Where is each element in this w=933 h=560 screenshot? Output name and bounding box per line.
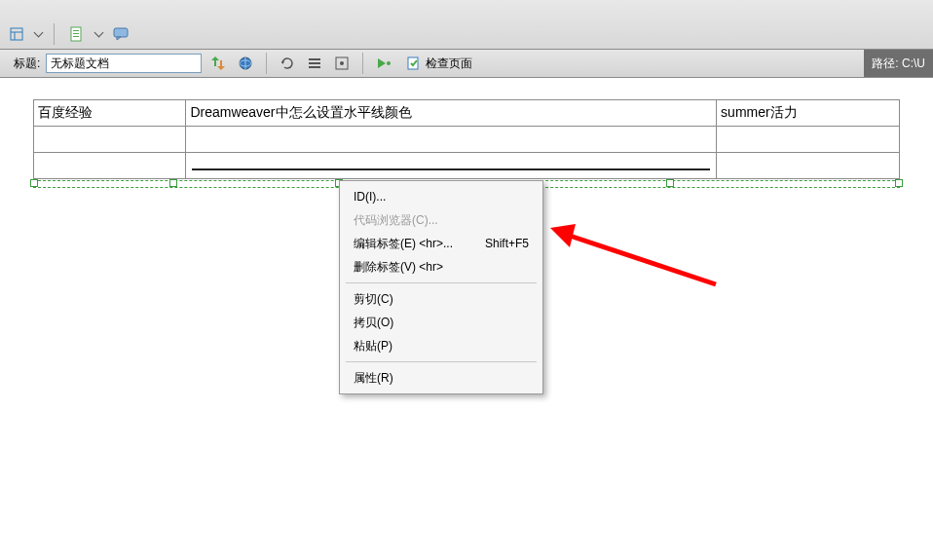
table-cell[interactable]: [34, 153, 186, 179]
table-cell[interactable]: summer活力: [717, 100, 900, 127]
svg-line-21: [564, 234, 716, 284]
table-cell[interactable]: [34, 127, 186, 153]
separator: [346, 282, 537, 283]
title-label: 标题:: [14, 56, 40, 72]
resize-handle[interactable]: [30, 179, 38, 187]
svg-rect-6: [73, 36, 79, 37]
separator: [266, 53, 267, 74]
resize-handle[interactable]: [169, 179, 177, 187]
table-cell[interactable]: 百度经验: [34, 100, 186, 127]
context-menu: ID(I)... 代码浏览器(C)... 编辑标签(E) <hr>... Shi…: [339, 180, 543, 394]
ctx-item-label: 编辑标签(E) <hr>...: [354, 236, 453, 252]
resize-handle[interactable]: [666, 179, 674, 187]
path-label: 路径:: [872, 56, 898, 72]
play-icon: [376, 56, 392, 70]
table-cell[interactable]: [186, 127, 717, 153]
content-table[interactable]: 百度经验 Dreamweaver中怎么设置水平线颜色 summer活力: [33, 99, 900, 179]
app-command-bar: [0, 0, 933, 50]
ctx-item-label: 剪切(C): [354, 291, 393, 308]
svg-marker-8: [117, 37, 121, 40]
svg-marker-18: [378, 58, 386, 68]
annotation-arrow: [550, 206, 726, 284]
svg-point-19: [387, 61, 391, 65]
ctx-item-label: 拷贝(O): [354, 315, 393, 331]
resize-handle[interactable]: [895, 179, 903, 187]
hr-element[interactable]: [192, 168, 710, 170]
document-icon: [70, 26, 84, 42]
ctx-item-edit-tag[interactable]: 编辑标签(E) <hr>... Shift+F5: [340, 232, 542, 255]
ctx-item-label: 删除标签(V) <hr>: [354, 259, 443, 276]
refresh-icon: [280, 56, 295, 71]
svg-rect-15: [309, 66, 320, 68]
document-icon-button[interactable]: [66, 23, 88, 45]
svg-marker-22: [550, 224, 576, 247]
table-row: 百度经验 Dreamweaver中怎么设置水平线颜色 summer活力: [34, 100, 900, 127]
options-icon: [334, 56, 350, 71]
svg-rect-5: [73, 33, 79, 34]
path-value: C:\U: [902, 56, 925, 70]
refresh-icon-button[interactable]: [277, 53, 298, 74]
ctx-item-properties[interactable]: 属性(R): [340, 366, 542, 390]
chevron-down-icon: [94, 28, 104, 38]
arrow-icon: [550, 206, 726, 294]
svg-rect-13: [309, 58, 320, 60]
table-cell[interactable]: [717, 127, 900, 153]
ctx-item-label: 属性(R): [354, 370, 393, 387]
list-icon: [307, 56, 322, 71]
ctx-item-cut[interactable]: 剪切(C): [340, 287, 542, 311]
check-page-icon: [406, 56, 422, 71]
ctx-item-label: 代码浏览器(C)...: [354, 212, 438, 229]
ctx-item-shortcut: Shift+F5: [485, 237, 529, 250]
globe-icon: [238, 56, 253, 71]
table-cell[interactable]: [186, 153, 717, 179]
play-icon-button[interactable]: [373, 53, 394, 74]
svg-rect-0: [11, 28, 22, 40]
svg-rect-20: [408, 57, 418, 69]
svg-rect-7: [114, 28, 128, 37]
globe-icon-button[interactable]: [235, 53, 256, 74]
check-page-button[interactable]: 检查页面: [400, 53, 478, 74]
layout-icon: [10, 27, 23, 41]
table-cell[interactable]: Dreamweaver中怎么设置水平线颜色: [186, 100, 717, 127]
chevron-down-icon: [34, 28, 44, 38]
comment-icon-button[interactable]: [110, 23, 131, 45]
sync-arrows-icon: [210, 56, 226, 71]
ctx-item-paste[interactable]: 粘贴(P): [340, 334, 542, 357]
document-toolbar: 标题: 检查页面 路径: C:\U: [0, 50, 933, 78]
comment-icon: [113, 27, 129, 41]
ctx-item-code-browser: 代码浏览器(C)...: [340, 208, 542, 232]
ctx-item-label: 粘贴(P): [354, 338, 392, 355]
svg-rect-4: [73, 30, 79, 31]
svg-rect-14: [309, 62, 320, 64]
options-icon-button[interactable]: [331, 53, 353, 74]
layout-dropdown-button[interactable]: [6, 23, 27, 45]
table-row: [34, 127, 900, 153]
separator: [362, 53, 363, 74]
svg-point-17: [340, 61, 344, 65]
table-cell[interactable]: [717, 153, 900, 179]
ctx-item-id[interactable]: ID(I)...: [340, 185, 542, 208]
separator: [346, 361, 537, 362]
ctx-item-copy[interactable]: 拷贝(O): [340, 311, 542, 334]
separator: [54, 23, 55, 45]
ctx-item-delete-tag[interactable]: 删除标签(V) <hr>: [340, 255, 542, 279]
design-canvas[interactable]: 百度经验 Dreamweaver中怎么设置水平线颜色 summer活力: [0, 78, 933, 179]
path-bar: 路径: C:\U: [864, 50, 933, 77]
list-icon-button[interactable]: [304, 53, 325, 74]
title-input[interactable]: [46, 54, 202, 73]
upload-download-icon-button[interactable]: [207, 53, 229, 74]
ctx-item-label: ID(I)...: [354, 190, 386, 204]
check-page-label: 检查页面: [426, 56, 472, 72]
table-row: [34, 153, 900, 179]
